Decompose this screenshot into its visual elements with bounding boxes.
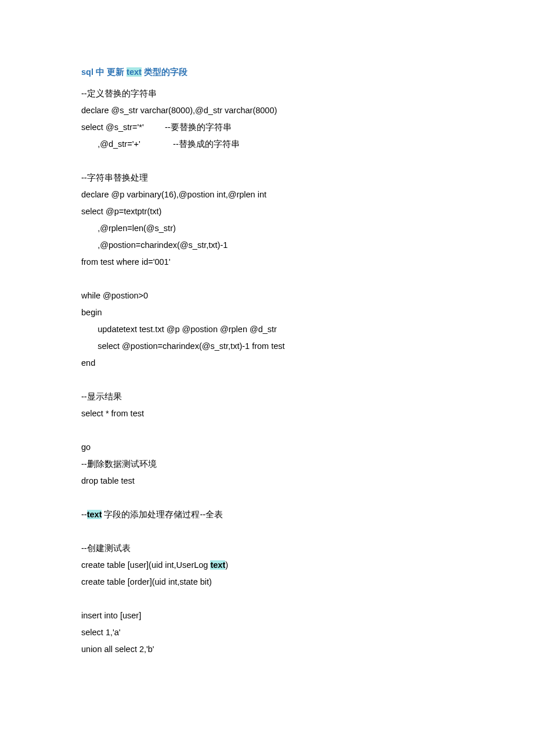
- code-line: from test where id='001': [81, 254, 453, 271]
- code-line: select * from test: [81, 405, 453, 422]
- code-line: --显示结果: [81, 388, 453, 405]
- code-line: go: [81, 439, 453, 456]
- code-line: end: [81, 355, 453, 372]
- blank-line: [81, 489, 453, 506]
- title-highlight: text: [127, 67, 142, 77]
- code-line: insert into [user]: [81, 607, 453, 624]
- text-segment: 字段的添加处理存储过程--全表: [102, 510, 223, 519]
- highlight-text: text: [87, 510, 102, 519]
- text-segment: create table [user](uid int,UserLog: [81, 560, 210, 570]
- title-text-2: 中 更新: [93, 67, 127, 77]
- code-line: create table [user](uid int,UserLog text…: [81, 557, 453, 574]
- blank-line: [81, 271, 453, 287]
- title-text-1: sql: [81, 67, 93, 77]
- blank-line: [81, 153, 453, 170]
- code-line: --创建测试表: [81, 540, 453, 557]
- blank-line: [81, 523, 453, 540]
- code-line: select 1,'a': [81, 624, 453, 641]
- blank-line: [81, 591, 453, 607]
- code-line: ,@postion=charindex(@s_str,txt)-1: [81, 237, 453, 254]
- code-line: --字符串替换处理: [81, 170, 453, 186]
- document-title: sql 中 更新 text 类型的字段: [81, 64, 453, 81]
- code-line: create table [order](uid int,state bit): [81, 574, 453, 591]
- code-line: select @p=textptr(txt): [81, 203, 453, 220]
- code-line: ,@d_str='+' --替换成的字符串: [81, 136, 453, 153]
- blank-line: [81, 422, 453, 439]
- code-line: while @postion>0: [81, 287, 453, 304]
- code-line: select @s_str='*' --要替换的字符串: [81, 119, 453, 136]
- code-line: declare @s_str varchar(8000),@d_str varc…: [81, 102, 453, 119]
- title-text-3: 类型的字段: [142, 67, 187, 77]
- code-line: union all select 2,'b': [81, 641, 453, 658]
- blank-line: [81, 372, 453, 388]
- document-page: sql 中 更新 text 类型的字段 --定义替换的字符串 declare @…: [0, 0, 534, 756]
- code-line: select @postion=charindex(@s_str,txt)-1 …: [81, 338, 453, 355]
- code-line: --删除数据测试环境: [81, 456, 453, 473]
- code-line: updatetext test.txt @p @postion @rplen @…: [81, 321, 453, 338]
- text-segment: ): [225, 560, 228, 570]
- code-line: --text 字段的添加处理存储过程--全表: [81, 506, 453, 523]
- code-line: ,@rplen=len(@s_str): [81, 220, 453, 237]
- code-line: begin: [81, 304, 453, 321]
- code-line: drop table test: [81, 473, 453, 489]
- text-segment: --: [81, 510, 87, 519]
- highlight-text: text: [210, 560, 225, 570]
- code-line: --定义替换的字符串: [81, 85, 453, 102]
- code-line: declare @p varbinary(16),@postion int,@r…: [81, 186, 453, 203]
